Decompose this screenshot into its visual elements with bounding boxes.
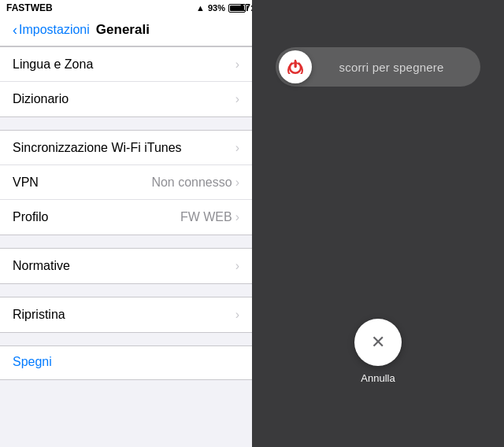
chevron-right-icon: › <box>235 308 239 322</box>
chevron-right-icon: › <box>235 57 239 72</box>
item-title-lingua: Lingua e Zona <box>13 57 93 72</box>
list-item-dizionario[interactable]: Dizionario › <box>0 82 252 116</box>
location-icon: ▲ <box>196 3 205 13</box>
section-group-1: Lingua e Zona › Dizionario › <box>0 46 252 117</box>
item-title-normative: Normative <box>13 259 70 273</box>
power-off-panel: scorri per spegnere ✕ Annulla <box>252 0 504 447</box>
item-right-dizionario: › <box>235 92 239 106</box>
cancel-x-icon: ✕ <box>371 334 385 351</box>
slider-text: scorri per spegnere <box>312 61 477 74</box>
spegni-label[interactable]: Spegni <box>13 355 52 368</box>
cancel-button[interactable]: ✕ <box>354 319 402 366</box>
settings-panel: FASTWEB 17:50 ▲ 93% ‹ Impostazioni Gener… <box>0 0 252 447</box>
list-item-normative[interactable]: Normative › <box>0 249 252 283</box>
carrier-label: FASTWEB <box>6 2 53 13</box>
spegni-section[interactable]: Spegni <box>0 345 252 380</box>
item-right-profilo: FW WEB › <box>180 210 239 224</box>
cancel-label: Annulla <box>361 372 395 384</box>
page-title: Generali <box>96 22 150 38</box>
item-value-vpn: Non connesso <box>151 175 232 190</box>
back-chevron-icon: ‹ <box>13 23 17 37</box>
back-button[interactable]: ‹ Impostazioni <box>13 23 90 37</box>
item-title-sincronizzazione: Sincronizzazione Wi-Fi iTunes <box>13 141 182 155</box>
chevron-right-icon: › <box>235 259 239 273</box>
chevron-right-icon: › <box>235 210 239 224</box>
power-svg-icon <box>287 58 304 76</box>
item-right-ripristina: › <box>235 308 239 322</box>
status-bar: FASTWEB 17:50 ▲ 93% <box>0 0 252 16</box>
item-right-vpn: Non connesso › <box>151 175 239 190</box>
list-item-vpn[interactable]: VPN Non connesso › <box>0 165 252 200</box>
item-title-dizionario: Dizionario <box>13 92 69 106</box>
section-group-4: Ripristina › <box>0 297 252 333</box>
power-slider-thumb[interactable] <box>279 50 312 83</box>
list-item-profilo[interactable]: Profilo FW WEB › <box>0 200 252 235</box>
list-item-lingua[interactable]: Lingua e Zona › <box>0 47 252 82</box>
item-right-sincronizzazione: › <box>235 141 239 155</box>
list-item-ripristina[interactable]: Ripristina › <box>0 297 252 332</box>
item-title-ripristina: Ripristina <box>13 308 65 322</box>
item-title-vpn: VPN <box>13 175 39 190</box>
item-title-profilo: Profilo <box>13 210 48 224</box>
status-right-icons: ▲ 93% <box>196 3 246 13</box>
item-value-profilo: FW WEB <box>180 210 232 224</box>
battery-icon <box>228 4 246 13</box>
chevron-right-icon: › <box>235 92 239 106</box>
power-slider[interactable]: scorri per spegnere <box>276 47 480 87</box>
battery-percent: 93% <box>208 3 225 13</box>
list-item-sincronizzazione[interactable]: Sincronizzazione Wi-Fi iTunes › <box>0 131 252 165</box>
chevron-right-icon: › <box>235 175 239 190</box>
item-right-lingua: › <box>235 57 239 72</box>
section-group-2: Sincronizzazione Wi-Fi iTunes › VPN Non … <box>0 130 252 235</box>
power-icon <box>287 58 304 76</box>
settings-list: Lingua e Zona › Dizionario › Sincronizza… <box>0 46 252 447</box>
navigation-bar: ‹ Impostazioni Generali <box>0 16 252 46</box>
section-group-3: Normative › <box>0 248 252 284</box>
chevron-right-icon: › <box>235 141 239 155</box>
back-label: Impostazioni <box>19 23 90 37</box>
item-right-normative: › <box>235 259 239 273</box>
cancel-container: ✕ Annulla <box>354 319 402 384</box>
